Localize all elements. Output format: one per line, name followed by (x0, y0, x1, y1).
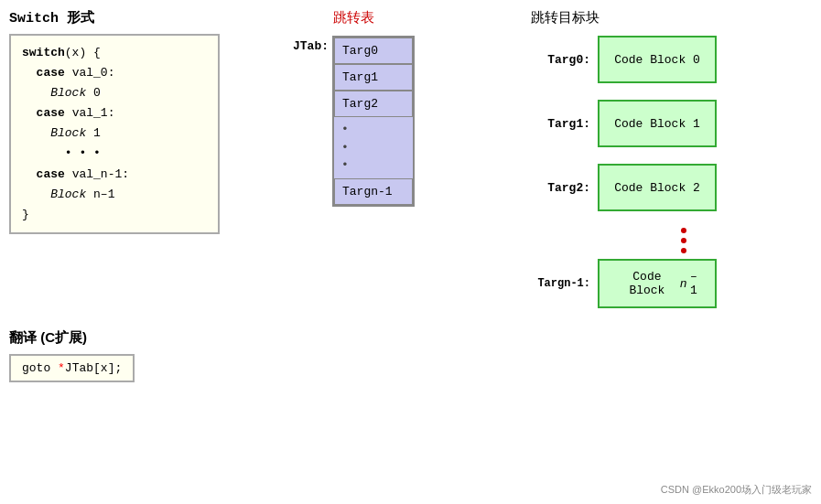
codeblocks-section: 跳转目标块 Targ0: Code Block 0 Targ1: Code Bl… (531, 9, 717, 325)
jtab-cell-2: Targ2 (334, 91, 413, 117)
jtab-label-text: JTab: (293, 39, 329, 53)
jtab-cell-last: Targn-1 (334, 178, 413, 205)
switch-line-5: Block 1 (22, 123, 207, 144)
switch-section: Switch 形式 switch(x) { case val_0: Block … (9, 9, 220, 234)
switch-title: Switch 形式 (9, 9, 220, 27)
jtab-table: Targ0 Targ1 Targ2 ••• Targn-1 (332, 36, 415, 207)
switch-line-6: • • • (22, 144, 207, 164)
dot-1 (681, 228, 686, 233)
codeblock-label-2: Targ2: (531, 181, 590, 195)
switch-line-3: Block 0 (22, 83, 207, 103)
codeblock-box-2: Code Block 2 (598, 164, 717, 211)
codeblocks-title: 跳转目标块 (531, 9, 717, 27)
codeblock-row-2: Targ2: Code Block 2 (531, 164, 717, 211)
switch-box: switch(x) { case val_0: Block 0 case val… (9, 34, 220, 234)
jtab-cell-1: Targ1 (334, 64, 413, 91)
codeblock-label-1: Targ1: (531, 117, 590, 131)
switch-line-7: case val_n-1: (22, 165, 207, 185)
watermark: CSDN @Ekko200场入门级老玩家 (661, 483, 812, 497)
switch-line-1: switch(x) { (22, 43, 207, 63)
dot-2 (681, 238, 686, 243)
switch-line-9: } (22, 205, 207, 225)
jtab-title: 跳转表 (293, 9, 415, 27)
codeblock-box-1: Code Block 1 (598, 100, 717, 147)
dot-3 (681, 248, 686, 253)
translate-code: goto *JTab[x]; (22, 361, 122, 375)
codeblock-row-last: Targn-1: Code Block n–1 (531, 259, 717, 308)
translate-section: 翻译 (C扩展) goto *JTab[x]; (9, 329, 135, 382)
codeblock-row-0: Targ0: Code Block 0 (531, 36, 717, 83)
codeblock-row-1: Targ1: Code Block 1 (531, 100, 717, 147)
page-container: Switch 形式 switch(x) { case val_0: Block … (0, 0, 821, 504)
codeblock-box-last: Code Block n–1 (598, 259, 717, 308)
translate-title: 翻译 (C扩展) (9, 329, 135, 347)
jtab-dots: ••• (334, 117, 413, 178)
codeblock-box-0: Code Block 0 (598, 36, 717, 83)
switch-line-4: case val_1: (22, 103, 207, 123)
translate-title-text: 翻译 (C扩展) (9, 329, 87, 345)
switch-title-text: Switch 形式 (9, 11, 94, 27)
switch-line-8: Block n–1 (22, 185, 207, 205)
jtab-section: 跳转表 JTab: Targ0 Targ1 Targ2 ••• Targn-1 (293, 9, 415, 207)
switch-line-2: case val_0: (22, 63, 207, 83)
jtab-wrapper: JTab: Targ0 Targ1 Targ2 ••• Targn-1 (293, 36, 415, 207)
dots-vertical (650, 228, 717, 253)
jtab-title-text: 跳转表 (333, 9, 374, 25)
codeblock-label-last: Targn-1: (531, 277, 590, 290)
translate-box: goto *JTab[x]; (9, 354, 135, 382)
jtab-cell-0: Targ0 (334, 38, 413, 64)
codeblock-label-0: Targ0: (531, 53, 590, 67)
